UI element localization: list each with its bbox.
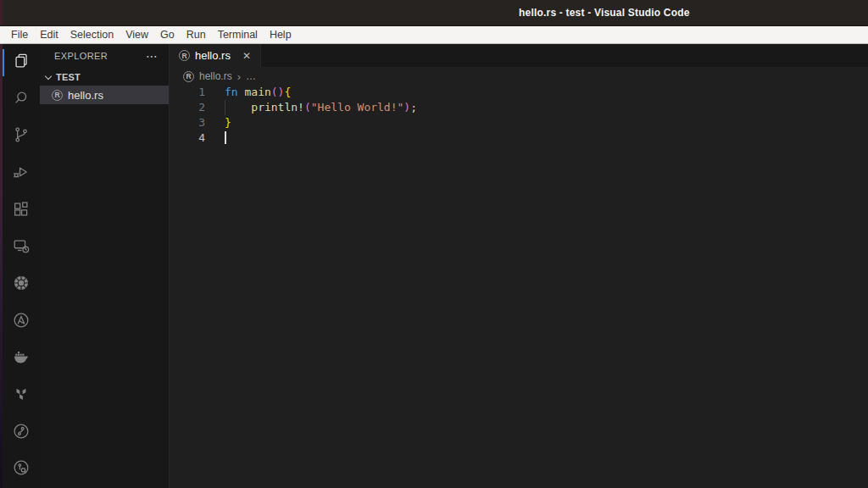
tab-hello-rs[interactable]: R hello.rs ✕ (170, 44, 261, 67)
code-editor[interactable]: 1fn main(){2 println!("Hello World!");3}… (170, 85, 868, 488)
activity-item-extensions[interactable] (3, 192, 40, 230)
rust-icon: R (179, 50, 190, 61)
text-cursor (225, 131, 226, 144)
code-token: () (271, 86, 285, 98)
activity-item-git-graph[interactable] (3, 414, 40, 452)
more-actions-icon[interactable]: ⋯ (146, 52, 159, 60)
code-token: { (284, 86, 291, 98)
activity-bar (3, 44, 40, 488)
editor-group: R hello.rs ✕ R hello.rs › … 1fn main(){2… (170, 44, 868, 488)
active-indicator (3, 49, 4, 76)
chevron-down-icon (45, 72, 52, 79)
activity-item-kubernetes[interactable] (3, 266, 40, 303)
menu-bar: FileEditSelectionViewGoRunTerminalHelp (0, 25, 868, 44)
line-text: fn main(){ (205, 85, 291, 100)
folder-section-label: TEST (56, 72, 81, 82)
line-text: } (205, 115, 231, 130)
rust-icon: R (183, 71, 194, 82)
activity-item-search[interactable] (3, 81, 40, 119)
rust-icon: R (52, 90, 63, 101)
window-title: hello.rs - test - Visual Studio Code (519, 7, 690, 19)
git-history-icon (12, 458, 31, 480)
code-token: main (244, 86, 270, 98)
git-graph-icon (12, 422, 31, 444)
explorer-icon (12, 52, 31, 74)
code-token: ; (410, 101, 417, 114)
breadcrumb-separator: › (237, 70, 241, 83)
file-row-hello-rs[interactable]: Rhello.rs (40, 86, 169, 104)
workbench: EXPLORER ⋯ TEST Rhello.rs R hello.rs ✕ R… (3, 44, 868, 488)
menu-item-terminal[interactable]: Terminal (212, 29, 264, 41)
ansible-icon (12, 311, 31, 333)
tab-bar: R hello.rs ✕ (170, 44, 868, 68)
activity-item-git-history[interactable] (3, 451, 40, 488)
activity-item-run-debug[interactable] (3, 155, 40, 192)
line-text: println!("Hello World!"); (205, 100, 417, 115)
code-token: fn (225, 86, 238, 98)
docker-icon (12, 347, 31, 369)
menu-item-go[interactable]: Go (154, 29, 181, 41)
extensions-icon (12, 200, 31, 222)
terraform-icon (12, 385, 31, 407)
file-name: hello.rs (68, 89, 103, 102)
explorer-sidebar: EXPLORER ⋯ TEST Rhello.rs (40, 44, 170, 488)
activity-item-source-control[interactable] (3, 118, 40, 155)
menu-item-file[interactable]: File (5, 29, 34, 41)
menu-item-view[interactable]: View (120, 29, 154, 41)
activity-item-ansible[interactable] (3, 303, 40, 341)
breadcrumb: R hello.rs › … (170, 68, 868, 85)
activity-item-terraform[interactable] (3, 377, 40, 414)
line-text (205, 130, 225, 146)
breadcrumb-item-symbol[interactable]: … (246, 70, 256, 82)
activity-item-explorer[interactable] (3, 44, 40, 81)
folder-section-test[interactable]: TEST (40, 68, 169, 86)
vscode-window: hello.rs - test - Visual Studio Code Fil… (0, 0, 868, 488)
tab-label: hello.rs (195, 49, 231, 62)
title-bar: hello.rs - test - Visual Studio Code (0, 0, 868, 25)
sidebar-title: EXPLORER (54, 51, 108, 61)
line-number: 4 (170, 130, 205, 146)
run-debug-icon (12, 163, 31, 185)
code-token: } (225, 116, 231, 129)
code-line-3: 3} (170, 115, 868, 130)
breadcrumb-item-file[interactable]: hello.rs (199, 70, 232, 82)
code-token: "Hello World!" (311, 101, 404, 114)
code-token: ( (304, 101, 311, 114)
code-token (225, 101, 251, 114)
file-list: Rhello.rs (40, 86, 169, 104)
code-token: ) (403, 101, 410, 114)
kubernetes-icon (12, 274, 31, 296)
remote-explorer-icon (12, 236, 31, 258)
code-line-4: 4 (170, 130, 868, 146)
line-number: 2 (170, 100, 205, 115)
close-icon[interactable]: ✕ (242, 51, 251, 61)
line-number: 3 (170, 115, 205, 130)
indent-guide (225, 100, 225, 115)
menu-item-run[interactable]: Run (181, 29, 212, 41)
sidebar-header: EXPLORER ⋯ (40, 44, 169, 68)
code-line-1: 1fn main(){ (170, 85, 868, 100)
source-control-icon (12, 125, 31, 147)
activity-item-docker[interactable] (3, 340, 40, 377)
menu-item-help[interactable]: Help (264, 29, 298, 41)
code-token: println! (251, 101, 304, 114)
search-icon (12, 89, 31, 111)
code-line-2: 2 println!("Hello World!"); (170, 100, 868, 115)
line-number: 1 (170, 85, 205, 100)
menu-item-selection[interactable]: Selection (64, 29, 120, 41)
menu-item-edit[interactable]: Edit (34, 29, 64, 41)
desktop-edge-strip (0, 0, 3, 488)
activity-item-remote-explorer[interactable] (3, 229, 40, 266)
